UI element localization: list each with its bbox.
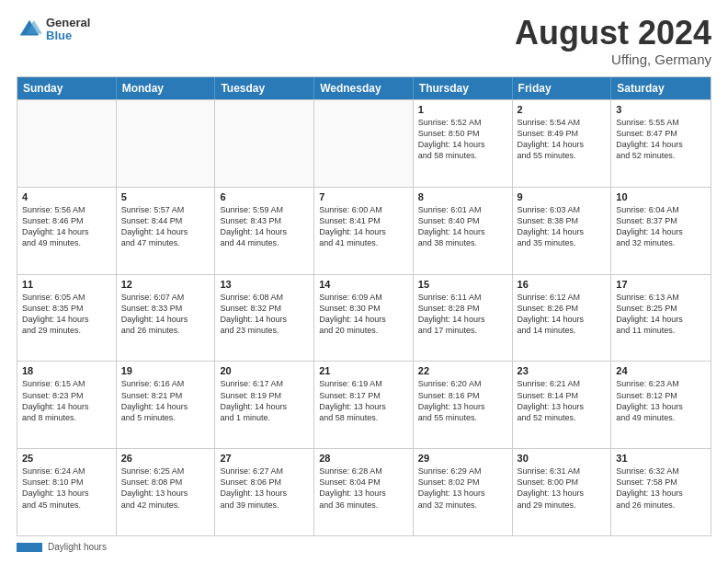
day-number: 17 — [616, 279, 706, 290]
cell-info: Sunrise: 6:16 AMSunset: 8:21 PMDaylight:… — [121, 378, 210, 423]
calendar-cell: 3Sunrise: 5:55 AMSunset: 8:47 PMDaylight… — [611, 100, 711, 187]
month-year: August 2024 — [515, 17, 711, 50]
logo-line2: Blue — [46, 29, 90, 42]
cell-info: Sunrise: 5:54 AMSunset: 8:49 PMDaylight:… — [518, 117, 607, 162]
cell-info: Sunrise: 6:25 AMSunset: 8:08 PMDaylight:… — [121, 465, 210, 511]
calendar-cell: 22Sunrise: 6:20 AMSunset: 8:16 PMDayligh… — [414, 362, 513, 448]
header-day-tuesday: Tuesday — [215, 77, 314, 99]
calendar-cell: 27Sunrise: 6:27 AMSunset: 8:06 PMDayligh… — [215, 449, 314, 535]
calendar-cell: 2Sunrise: 5:54 AMSunset: 8:49 PMDaylight… — [513, 100, 612, 187]
day-number: 9 — [518, 191, 607, 202]
day-number: 3 — [616, 104, 706, 115]
title-block: August 2024 Uffing, Germany — [515, 17, 711, 67]
calendar-cell — [17, 100, 117, 187]
calendar-cell: 26Sunrise: 6:25 AMSunset: 8:08 PMDayligh… — [117, 449, 216, 535]
header: General Blue August 2024 Uffing, Germany — [17, 17, 711, 67]
cell-info: Sunrise: 5:56 AMSunset: 8:46 PMDaylight:… — [22, 204, 111, 249]
calendar-cell: 21Sunrise: 6:19 AMSunset: 8:17 PMDayligh… — [314, 362, 414, 448]
day-number: 25 — [22, 453, 111, 464]
cell-info: Sunrise: 6:13 AMSunset: 8:25 PMDaylight:… — [616, 292, 706, 337]
calendar-cell: 28Sunrise: 6:28 AMSunset: 8:04 PMDayligh… — [314, 449, 414, 535]
logo-line1: General — [46, 17, 90, 29]
cell-info: Sunrise: 6:20 AMSunset: 8:16 PMDaylight:… — [418, 378, 507, 423]
day-number: 1 — [418, 104, 507, 115]
day-number: 13 — [220, 279, 309, 290]
cell-info: Sunrise: 6:03 AMSunset: 8:38 PMDaylight:… — [518, 204, 607, 249]
calendar-cell: 11Sunrise: 6:05 AMSunset: 8:35 PMDayligh… — [17, 275, 117, 362]
day-number: 2 — [518, 104, 607, 115]
calendar-row-5: 25Sunrise: 6:24 AMSunset: 8:10 PMDayligh… — [17, 448, 711, 535]
cell-info: Sunrise: 6:31 AMSunset: 8:00 PMDaylight:… — [518, 465, 607, 511]
cell-info: Sunrise: 5:52 AMSunset: 8:50 PMDaylight:… — [418, 117, 507, 162]
cell-info: Sunrise: 6:08 AMSunset: 8:32 PMDaylight:… — [220, 292, 309, 337]
daylight-bar-icon — [17, 543, 42, 552]
cell-info: Sunrise: 6:05 AMSunset: 8:35 PMDaylight:… — [22, 292, 111, 337]
cell-info: Sunrise: 6:04 AMSunset: 8:37 PMDaylight:… — [616, 204, 706, 249]
calendar-cell: 16Sunrise: 6:12 AMSunset: 8:26 PMDayligh… — [513, 275, 612, 362]
day-number: 12 — [121, 279, 210, 290]
cell-info: Sunrise: 6:19 AMSunset: 8:17 PMDaylight:… — [319, 378, 408, 423]
header-day-wednesday: Wednesday — [314, 77, 414, 99]
cell-info: Sunrise: 6:09 AMSunset: 8:30 PMDaylight:… — [319, 292, 408, 337]
cell-info: Sunrise: 6:29 AMSunset: 8:02 PMDaylight:… — [418, 465, 507, 511]
calendar-cell: 29Sunrise: 6:29 AMSunset: 8:02 PMDayligh… — [414, 449, 513, 535]
day-number: 27 — [220, 453, 309, 464]
calendar-row-4: 18Sunrise: 6:15 AMSunset: 8:23 PMDayligh… — [17, 361, 711, 448]
calendar-cell: 10Sunrise: 6:04 AMSunset: 8:37 PMDayligh… — [611, 188, 711, 274]
cell-info: Sunrise: 6:12 AMSunset: 8:26 PMDaylight:… — [518, 292, 607, 337]
calendar-cell: 31Sunrise: 6:32 AMSunset: 7:58 PMDayligh… — [611, 449, 711, 535]
location: Uffing, Germany — [515, 52, 711, 67]
calendar-row-2: 4Sunrise: 5:56 AMSunset: 8:46 PMDaylight… — [17, 187, 711, 274]
footer: Daylight hours — [17, 542, 711, 552]
header-day-saturday: Saturday — [611, 77, 711, 99]
cell-info: Sunrise: 5:57 AMSunset: 8:44 PMDaylight:… — [121, 204, 210, 249]
cell-info: Sunrise: 6:21 AMSunset: 8:14 PMDaylight:… — [518, 378, 607, 423]
calendar-cell: 30Sunrise: 6:31 AMSunset: 8:00 PMDayligh… — [513, 449, 612, 535]
cell-info: Sunrise: 6:27 AMSunset: 8:06 PMDaylight:… — [220, 465, 309, 511]
day-number: 14 — [319, 279, 408, 290]
header-day-friday: Friday — [513, 77, 612, 99]
calendar-cell: 1Sunrise: 5:52 AMSunset: 8:50 PMDaylight… — [414, 100, 513, 187]
calendar-body: 1Sunrise: 5:52 AMSunset: 8:50 PMDaylight… — [17, 99, 711, 535]
calendar-cell: 14Sunrise: 6:09 AMSunset: 8:30 PMDayligh… — [314, 275, 414, 362]
calendar-cell: 12Sunrise: 6:07 AMSunset: 8:33 PMDayligh… — [117, 275, 216, 362]
calendar-header: SundayMondayTuesdayWednesdayThursdayFrid… — [17, 77, 711, 99]
page: General Blue August 2024 Uffing, Germany… — [0, 0, 728, 563]
header-day-thursday: Thursday — [414, 77, 513, 99]
calendar-cell: 17Sunrise: 6:13 AMSunset: 8:25 PMDayligh… — [611, 275, 711, 362]
day-number: 29 — [418, 453, 507, 464]
calendar: SundayMondayTuesdayWednesdayThursdayFrid… — [17, 76, 711, 536]
cell-info: Sunrise: 6:11 AMSunset: 8:28 PMDaylight:… — [418, 292, 507, 337]
day-number: 10 — [616, 191, 706, 202]
cell-info: Sunrise: 6:00 AMSunset: 8:41 PMDaylight:… — [319, 204, 408, 249]
day-number: 28 — [319, 453, 408, 464]
calendar-cell: 7Sunrise: 6:00 AMSunset: 8:41 PMDaylight… — [314, 188, 414, 274]
calendar-cell: 13Sunrise: 6:08 AMSunset: 8:32 PMDayligh… — [215, 275, 314, 362]
calendar-cell: 4Sunrise: 5:56 AMSunset: 8:46 PMDaylight… — [17, 188, 117, 274]
calendar-cell: 15Sunrise: 6:11 AMSunset: 8:28 PMDayligh… — [414, 275, 513, 362]
calendar-cell: 18Sunrise: 6:15 AMSunset: 8:23 PMDayligh… — [17, 362, 117, 448]
calendar-cell: 24Sunrise: 6:23 AMSunset: 8:12 PMDayligh… — [611, 362, 711, 448]
cell-info: Sunrise: 6:32 AMSunset: 7:58 PMDaylight:… — [616, 465, 706, 511]
cell-info: Sunrise: 6:23 AMSunset: 8:12 PMDaylight:… — [616, 378, 706, 423]
day-number: 15 — [418, 279, 507, 290]
day-number: 21 — [319, 365, 408, 376]
cell-info: Sunrise: 6:07 AMSunset: 8:33 PMDaylight:… — [121, 292, 210, 337]
day-number: 30 — [518, 453, 607, 464]
cell-info: Sunrise: 6:15 AMSunset: 8:23 PMDaylight:… — [22, 378, 111, 423]
calendar-cell — [215, 100, 314, 187]
calendar-cell: 9Sunrise: 6:03 AMSunset: 8:38 PMDaylight… — [513, 188, 612, 274]
calendar-cell: 6Sunrise: 5:59 AMSunset: 8:43 PMDaylight… — [215, 188, 314, 274]
calendar-cell: 5Sunrise: 5:57 AMSunset: 8:44 PMDaylight… — [117, 188, 216, 274]
calendar-cell — [314, 100, 414, 187]
calendar-cell: 19Sunrise: 6:16 AMSunset: 8:21 PMDayligh… — [117, 362, 216, 448]
day-number: 24 — [616, 365, 706, 376]
day-number: 16 — [518, 279, 607, 290]
footer-label: Daylight hours — [48, 542, 107, 552]
day-number: 22 — [418, 365, 507, 376]
day-number: 18 — [22, 365, 111, 376]
calendar-cell: 25Sunrise: 6:24 AMSunset: 8:10 PMDayligh… — [17, 449, 117, 535]
header-day-monday: Monday — [117, 77, 216, 99]
day-number: 26 — [121, 453, 210, 464]
day-number: 23 — [518, 365, 607, 376]
